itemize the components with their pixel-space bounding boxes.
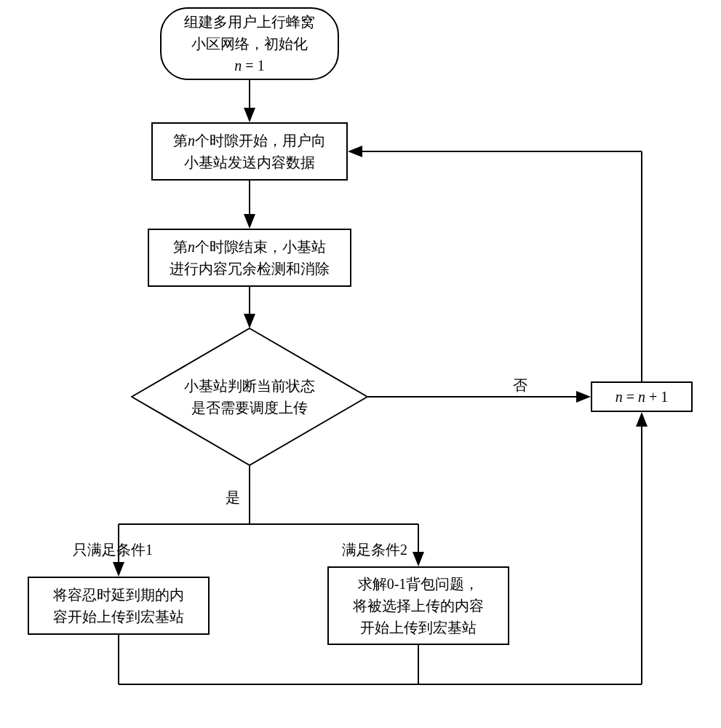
step2-post1: 个时隙结束，小基站: [195, 239, 326, 255]
step1-n: n: [188, 132, 195, 149]
step1-line2: 小基站发送内容数据: [184, 154, 315, 170]
start-node: 组建多用户上行蜂窝 小区网络，初始化 n = 1: [160, 7, 339, 80]
decision-line2: 是否需要调度上传: [191, 400, 308, 416]
right-node: 求解0-1背包问题， 将被选择上传的内容 开始上传到宏基站: [327, 566, 509, 645]
label-cond2: 满足条件2: [342, 540, 407, 560]
inc-n2: n: [638, 389, 645, 405]
inc-node: n = n + 1: [591, 381, 693, 412]
inc-eq: =: [623, 389, 638, 405]
left-line2: 容开始上传到宏基站: [53, 609, 184, 625]
decision-node: 小基站判断当前状态 是否需要调度上传: [131, 328, 368, 466]
step2-line2: 进行内容冗余检测和消除: [170, 261, 330, 277]
start-n: n: [234, 58, 242, 74]
right-line2: 将被选择上传的内容: [353, 598, 484, 614]
inc-plus: + 1: [645, 389, 668, 405]
step2-n: n: [188, 239, 195, 255]
step2-pre: 第: [173, 239, 188, 255]
step1-pre: 第: [173, 132, 188, 149]
right-line1: 求解0-1背包问题，: [358, 576, 479, 592]
decision-line1: 小基站判断当前状态: [184, 378, 315, 394]
left-line1: 将容忍时延到期的内: [53, 587, 184, 603]
step1-node: 第n个时隙开始，用户向 小基站发送内容数据: [151, 122, 348, 181]
step2-node: 第n个时隙结束，小基站 进行内容冗余检测和消除: [148, 229, 351, 287]
start-line2: 小区网络，初始化: [191, 36, 308, 52]
inc-n1: n: [616, 389, 623, 405]
label-yes: 是: [226, 488, 240, 507]
left-node: 将容忍时延到期的内 容开始上传到宏基站: [28, 577, 210, 635]
start-eq1: = 1: [242, 58, 264, 74]
label-cond1: 只满足条件1: [73, 540, 153, 560]
step1-post1: 个时隙开始，用户向: [195, 132, 326, 149]
right-line3: 开始上传到宏基站: [360, 620, 477, 636]
label-no: 否: [513, 376, 527, 395]
start-line1: 组建多用户上行蜂窝: [184, 14, 315, 30]
